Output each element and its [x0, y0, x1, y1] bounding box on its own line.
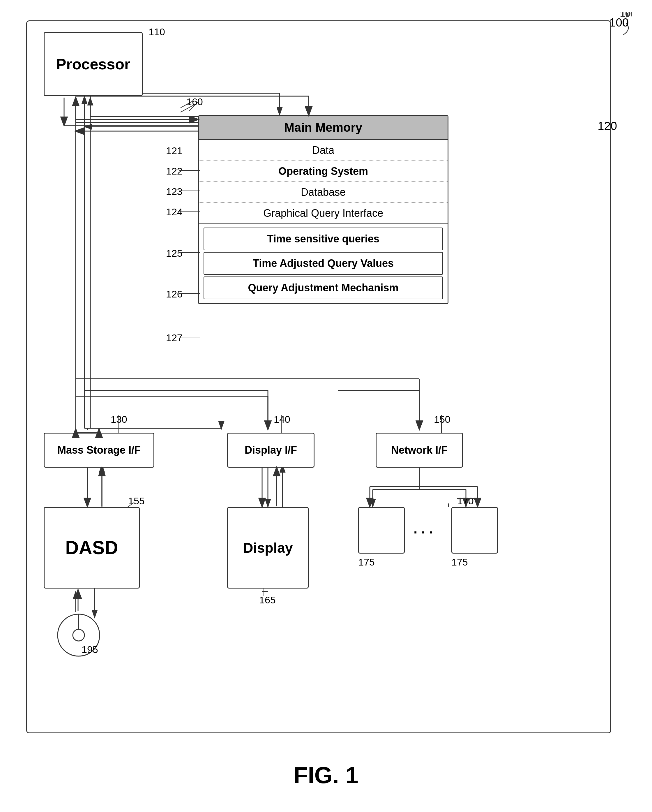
main-memory-group: Main Memory Data Operating System Databa… [198, 115, 448, 304]
mass-storage-box: Mass Storage I/F [44, 433, 154, 468]
ref-127: 127 [166, 332, 183, 343]
display-box: Display [227, 507, 309, 589]
ref-195: 195 [82, 644, 98, 655]
ref-122: 122 [166, 165, 183, 177]
gqi-row: Graphical Query Interface [199, 203, 448, 224]
ref-150: 150 [434, 414, 451, 425]
network-if-box: Network I/F [376, 433, 463, 468]
dasd-box: DASD [44, 507, 140, 589]
svg-point-45 [73, 629, 84, 641]
display-if-box: Display I/F [227, 433, 314, 468]
tsq-box: Time sensitive queries [204, 227, 443, 250]
ref-160: 160 [186, 96, 203, 107]
ref-120: 120 [597, 119, 617, 133]
ref-165: 165 [259, 594, 276, 606]
ref-125: 125 [166, 248, 183, 259]
db-row: Database [199, 182, 448, 203]
processor-box: Processor [44, 32, 143, 96]
taqv-box: Time Adjusted Query Values [204, 252, 443, 275]
ref-170: 170 [457, 495, 474, 507]
ref-121: 121 [166, 145, 183, 156]
data-row: Data [199, 140, 448, 161]
qam-box: Query Adjustment Mechanism [204, 276, 443, 299]
ref-126: 126 [166, 288, 183, 300]
main-memory-header: Main Memory [199, 116, 448, 140]
ref-175b: 175 [451, 557, 468, 568]
ref-124: 124 [166, 206, 183, 218]
ref-110: 110 [149, 26, 165, 38]
ref-130: 130 [111, 414, 127, 425]
ref-100: 100 [609, 16, 629, 29]
dots-label: · · · [413, 524, 433, 540]
figure-label: FIG. 1 [294, 762, 358, 789]
ref-175a: 175 [358, 557, 375, 568]
ref-123: 123 [166, 186, 183, 197]
os-row: Operating System [199, 161, 448, 182]
processor-label: Processor [56, 55, 130, 73]
network-node-1 [358, 507, 405, 554]
ref-140: 140 [274, 414, 290, 425]
network-node-2 [451, 507, 498, 554]
